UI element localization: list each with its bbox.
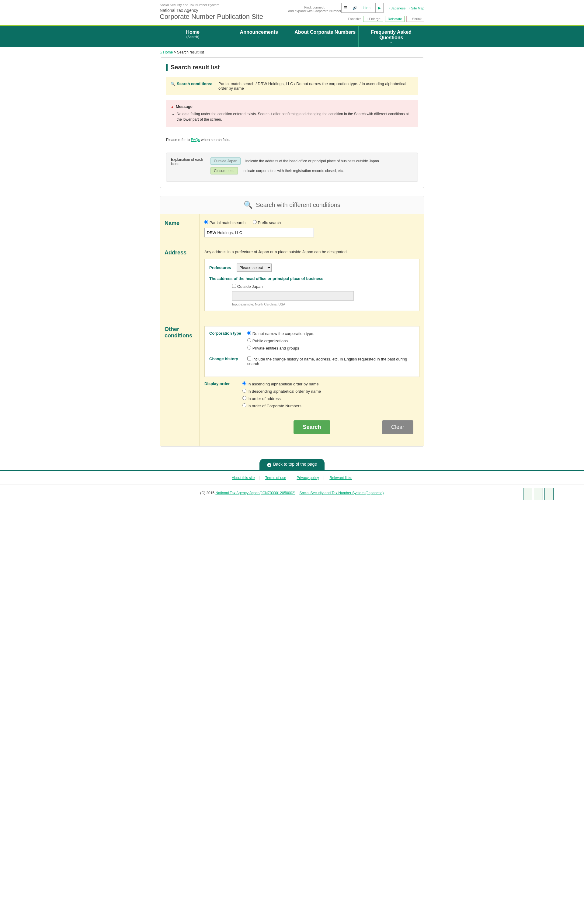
results-panel: Search result list Search conditions: Pa… [160, 58, 424, 188]
outside-japan-desc: Indicate the address of the head office … [245, 159, 380, 163]
tagline: Social Security and Tax Number System [160, 3, 288, 7]
name-section-label: Name [160, 214, 200, 243]
listen-widget[interactable]: ☰ 🔊 Listen ▶ [341, 3, 384, 13]
cert-badge-2 [534, 488, 543, 500]
change-history-label: Change history [209, 356, 243, 368]
message-box: Message No data falling under the condit… [166, 100, 418, 127]
closure-badge: Closure, etc. [210, 167, 238, 175]
foreign-address-input [232, 291, 354, 300]
site-title: Corporate Number Publication Site [160, 13, 288, 21]
icon-explanation: Explanation of each icon: Outside Japan … [166, 153, 418, 182]
cert-badge-1 [523, 488, 532, 500]
display-order-label: Display order [204, 381, 238, 411]
copyright: (C) 2015 National Tax Agency Japan(JCN70… [0, 485, 584, 501]
sitemap-link[interactable]: Site Map [409, 7, 424, 10]
footer-about[interactable]: About this site [227, 476, 260, 480]
footer-privacy[interactable]: Privacy policy [292, 476, 324, 480]
name-input[interactable] [204, 228, 314, 238]
change-history-checkbox[interactable]: Include the change history of name, addr… [247, 356, 415, 366]
message-title: Message [170, 104, 414, 109]
footer-relevant[interactable]: Relevant links [325, 476, 357, 480]
partial-match-radio[interactable]: Partial match search [204, 220, 245, 225]
address-section-label: Address [160, 243, 200, 320]
message-text: No data falling under the condition ente… [177, 111, 414, 122]
display-opt-0[interactable]: In ascending alphabetical order by name [242, 381, 419, 386]
slogan-line2: and expand with Corporate Number [288, 9, 341, 13]
prefectures-label: Prefectures [209, 266, 232, 270]
home-icon: ⌂ [160, 50, 162, 54]
address-note: Any address in a prefecture of Japan or … [204, 249, 419, 254]
slogan-line1: Find, connect, [288, 5, 341, 9]
footer-links: About this site Terms of use Privacy pol… [0, 471, 584, 485]
display-opt-2[interactable]: In order of address [242, 396, 419, 401]
breadcrumb-current: Search result list [177, 50, 204, 54]
cert-badges [523, 488, 554, 500]
faq-note: Please refer to FAQs when search fails. [166, 133, 418, 147]
other-conditions-label: Other conditions [160, 320, 200, 446]
outside-japan-checkbox[interactable]: Outside Japan [232, 284, 263, 289]
search-conditions-box: Search conditions: Partial match search … [166, 77, 418, 95]
outside-japan-badge: Outside Japan [210, 157, 241, 165]
display-opt-3[interactable]: In order of Corporate Numbers [242, 403, 419, 408]
enlarge-button[interactable]: + Enlarge [363, 16, 383, 22]
japanese-link[interactable]: Japanese [389, 7, 405, 10]
cert-badge-3 [544, 488, 554, 500]
footer-terms[interactable]: Terms of use [261, 476, 291, 480]
agency-name: National Tax Agency [160, 8, 288, 13]
shrink-button[interactable]: − Shrink [406, 16, 424, 22]
prefectures-select[interactable]: Please select [237, 264, 271, 272]
search-button[interactable]: Search [293, 420, 330, 434]
reinstate-button[interactable]: Reinstate [385, 16, 405, 22]
icon-explain-label: Explanation of each icon: [171, 157, 204, 177]
play-icon[interactable]: ▶ [376, 3, 383, 12]
faqs-link[interactable]: FAQs [191, 138, 200, 142]
nav-announcements[interactable]: Announcements ⌄ [226, 26, 292, 47]
search-header: 🔍 Search with different conditions [160, 196, 424, 214]
address-hint: Input example: North Carolina, USA [232, 302, 415, 306]
corp-type-label: Corporation type [209, 331, 243, 353]
closure-desc: Indicate corporations with their registr… [242, 169, 344, 173]
breadcrumb: ⌂Home > Search result list [160, 47, 424, 58]
results-title: Search result list [166, 64, 418, 71]
header: Social Security and Tax Number System Na… [160, 0, 424, 25]
display-opt-1[interactable]: In descending alphabetical order by name [242, 389, 419, 394]
back-to-top-link[interactable]: Back to top of the page [260, 459, 324, 470]
conditions-label: Search conditions: [170, 81, 212, 91]
nav-about[interactable]: About Corporate Numbers ⌄ [292, 26, 358, 47]
menu-icon[interactable]: ☰ [342, 3, 350, 12]
search-panel: 🔍 Search with different conditions Name … [160, 196, 424, 447]
copyright-nta-link[interactable]: National Tax Agency Japan(JCN70000120500… [215, 491, 295, 495]
corp-type-opt-1[interactable]: Public organizations [247, 338, 415, 343]
prefix-search-radio[interactable]: Prefix search [253, 220, 281, 225]
breadcrumb-home[interactable]: Home [163, 50, 173, 54]
corp-type-opt-0[interactable]: Do not narrow the corporation type. [247, 331, 415, 336]
corp-type-opt-2[interactable]: Private entities and groups [247, 346, 415, 350]
magnifier-icon: 🔍 [244, 201, 253, 209]
conditions-text: Partial match search / DRW Holdings, LLC… [218, 81, 414, 91]
font-size-label: Font size [348, 17, 362, 21]
nav-home[interactable]: Home (Search) [160, 26, 226, 47]
copyright-ssn-link[interactable]: Social Security and Tax Number System (J… [299, 491, 384, 495]
main-nav: Home (Search) Announcements ⌄ About Corp… [0, 25, 584, 47]
address-subhead: The address of the head office or princi… [209, 276, 415, 281]
nav-faq[interactable]: Frequently Asked Questions ⌄ [358, 26, 425, 47]
listen-button[interactable]: 🔊 Listen [350, 3, 376, 12]
clear-button[interactable]: Clear [382, 420, 414, 434]
